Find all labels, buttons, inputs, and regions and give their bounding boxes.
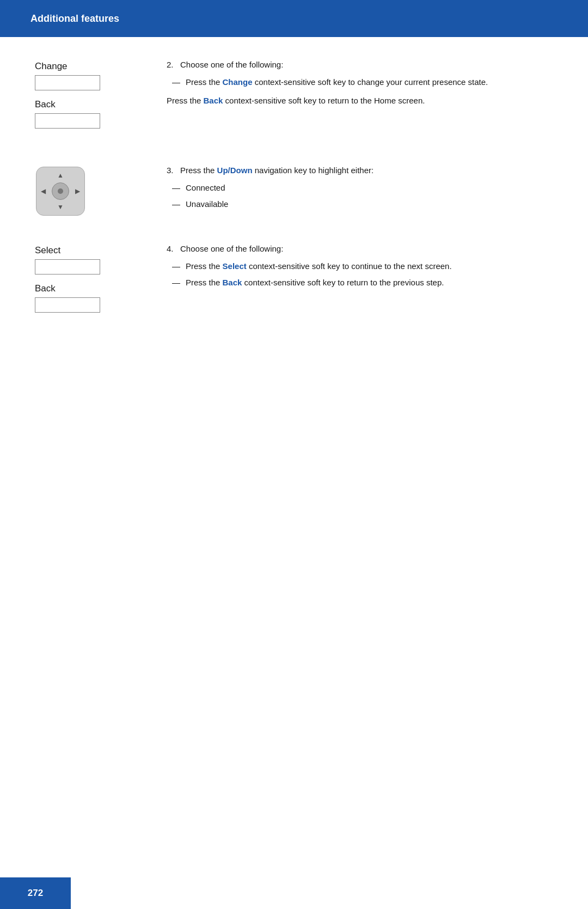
bullet-change: — Press the Change context-sensitive sof… (172, 76, 558, 89)
step-2-number: 2. (167, 60, 178, 69)
dash-connected: — (172, 181, 180, 194)
back-key-label-2: Back (35, 283, 100, 294)
change-key-label: Change (35, 61, 100, 72)
header-title: Additional features (30, 13, 119, 25)
step-3-number: 3. (167, 166, 178, 175)
change-key-box (35, 75, 100, 90)
back-key-label-1: Back (35, 99, 100, 110)
back-link-2: Back (223, 278, 242, 287)
nav-arrow-up: ▲ (57, 172, 64, 179)
nav-arrow-left: ◀ (41, 187, 46, 195)
page-footer: 272 (0, 877, 71, 909)
dash-select: — (172, 260, 180, 273)
step-2-intro: Choose one of the following: (180, 60, 283, 69)
bullet-change-text: Press the Change context-sensitive soft … (186, 76, 488, 89)
dash-back: — (172, 276, 180, 289)
nav-center-button (52, 182, 69, 200)
back-key-group-1: Back (30, 99, 100, 131)
step-4-intro: Choose one of the following: (180, 244, 283, 253)
step-4-number: 4. (167, 244, 178, 253)
right-col-3: 4. Choose one of the following: — Press … (150, 243, 558, 292)
nav-key-widget: ▲ ▼ ◀ ▶ (36, 167, 85, 216)
bullet-connected: — Connected (172, 181, 558, 194)
select-key-box (35, 259, 100, 274)
left-col-3: Select Back (30, 243, 150, 321)
section-change-back: Change Back 2. Choose one of the followi… (30, 59, 558, 137)
bullet-unavailable: — Unavailable (172, 198, 558, 211)
step-3-intro: Press the Up/Down navigation key to high… (180, 166, 373, 175)
left-col-2: ▲ ▼ ◀ ▶ (30, 164, 150, 216)
connected-text: Connected (186, 181, 225, 194)
select-key-group: Select (30, 245, 100, 277)
page-number: 272 (28, 888, 43, 899)
change-link: Change (223, 77, 253, 87)
nav-center-dot (58, 188, 63, 194)
nav-arrow-right: ▶ (75, 187, 80, 195)
nav-arrow-down: ▼ (57, 203, 64, 211)
back-key-box-1 (35, 113, 100, 129)
step-4-header: 4. Choose one of the following: (167, 243, 558, 255)
header-bar: Additional features (0, 0, 588, 37)
step-3-header: 3. Press the Up/Down navigation key to h… (167, 164, 558, 177)
dash-unavailable: — (172, 198, 180, 211)
back-key-group-2: Back (30, 283, 100, 315)
right-col-2: 3. Press the Up/Down navigation key to h… (150, 164, 558, 214)
unavailable-text: Unavailable (186, 198, 228, 211)
left-col-1: Change Back (30, 59, 150, 137)
select-key-label: Select (35, 245, 100, 256)
page-content: Change Back 2. Choose one of the followi… (0, 37, 588, 370)
change-key-group: Change (30, 61, 100, 93)
right-col-1: 2. Choose one of the following: — Press … (150, 59, 558, 107)
bullet-select: — Press the Select context-sensitive sof… (172, 260, 558, 273)
step-2-header: 2. Choose one of the following: (167, 59, 558, 71)
updown-link: Up/Down (217, 166, 253, 175)
back-press-text: Press the Back context-sensitive soft ke… (167, 94, 558, 107)
section-select-back: Select Back 4. Choose one of the followi… (30, 243, 558, 321)
section-nav-key: ▲ ▼ ◀ ▶ 3. Press the Up/Down navigation … (30, 164, 558, 216)
bullet-select-text: Press the Select context-sensitive soft … (186, 260, 452, 273)
bullet-back: — Press the Back context-sensitive soft … (172, 276, 558, 289)
dash-1: — (172, 76, 180, 89)
back-key-box-2 (35, 297, 100, 313)
back-link-1: Back (204, 96, 223, 105)
select-link: Select (223, 261, 247, 271)
bullet-back-text: Press the Back context-sensitive soft ke… (186, 276, 444, 289)
